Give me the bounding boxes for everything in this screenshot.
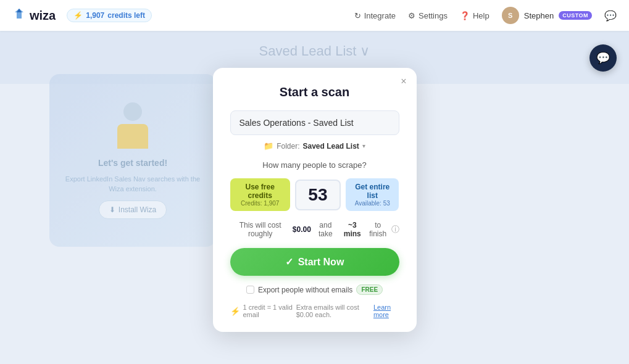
modal-overlay: × Start a scan 📁 Folder: Saved Lead List… (0, 31, 629, 84)
navbar: wiza ⚡ 1,907 credits left ↻ Integrate ⚙ … (0, 0, 629, 31)
export-label: Export people without emails (258, 286, 352, 294)
modal-title: Start a scan (230, 85, 399, 99)
credits-badge[interactable]: ⚡ 1,907 credits left (67, 9, 152, 22)
cost-suffix: to finish (367, 221, 389, 238)
chat-fab-icon: 💬 (596, 51, 610, 65)
card-text: Export LinkedIn Sales Nav searches with … (62, 174, 204, 194)
use-free-credits-button[interactable]: Use free credits Credits: 1,907 (230, 178, 290, 211)
extra-cost-text: Extra emails will cost $0.00 each. (296, 304, 370, 318)
free-credits-label: Use free credits (238, 183, 283, 200)
sync-icon: ↻ (354, 11, 361, 20)
logo-text: wiza (30, 9, 56, 23)
lightning-icon: ⚡ (73, 11, 83, 20)
credit-info-line: ⚡ 1 credit = 1 valid email Extra emails … (230, 304, 399, 318)
modal-close-button[interactable]: × (401, 77, 406, 86)
help-nav-item[interactable]: ❓ Help (460, 11, 489, 20)
cost-info: This will cost roughly $0.00 and take ~3… (230, 221, 399, 238)
credit-icon: ⚡ (230, 307, 240, 316)
folder-line: 📁 Folder: Saved Lead List ▾ (230, 141, 399, 151)
scrape-controls: Use free credits Credits: 1,907 53 Get e… (230, 178, 399, 211)
integrate-label: Integrate (364, 11, 396, 20)
credits-count: 1,907 (86, 11, 104, 20)
chat-fab-button[interactable]: 💬 (589, 44, 617, 72)
gear-icon: ⚙ (408, 11, 415, 20)
card-figure (111, 102, 154, 152)
figure-head (123, 102, 142, 121)
credit-info-text: 1 credit = 1 valid email (243, 304, 293, 318)
settings-label: Settings (419, 11, 448, 20)
list-name-input[interactable] (230, 110, 399, 135)
avatar: S (502, 7, 519, 24)
start-check-icon: ✓ (285, 256, 293, 268)
logo[interactable]: wiza (12, 7, 56, 24)
learn-more-link[interactable]: Learn more (373, 304, 399, 318)
navbar-right: ↻ Integrate ⚙ Settings ❓ Help S Stephen … (354, 7, 617, 24)
count-display: 53 (295, 180, 341, 210)
credits-sub-label: Credits: 1,907 (241, 200, 279, 207)
credits-label: credits left (107, 11, 145, 20)
folder-name-value: Saved Lead List (302, 142, 359, 151)
install-label: Install Wiza (119, 205, 156, 214)
info-icon[interactable]: ⓘ (391, 224, 399, 235)
folder-chevron-icon[interactable]: ▾ (362, 143, 365, 149)
cost-text: This will cost roughly (230, 221, 291, 238)
navbar-left: wiza ⚡ 1,907 credits left (12, 7, 152, 24)
free-badge: FREE (356, 284, 383, 295)
start-now-button[interactable]: ✓ Start Now (230, 248, 399, 276)
integrate-nav-item[interactable]: ↻ Integrate (354, 11, 396, 20)
export-line: Export people without emails FREE (230, 284, 399, 295)
count-value: 53 (308, 185, 327, 205)
scrape-question: How many people to scrape? (230, 160, 399, 170)
settings-nav-item[interactable]: ⚙ Settings (408, 11, 448, 20)
help-label: Help (473, 11, 489, 20)
folder-label: Folder: (277, 142, 299, 151)
user-plan-badge: CUSTOM (559, 11, 592, 20)
cost-time: ~3 mins (340, 221, 365, 238)
cost-amount: $0.00 (293, 225, 311, 234)
background-card: Let's get started! Export LinkedIn Sales… (49, 74, 216, 247)
page-content: Saved Lead List ∨ Let's get started! Exp… (0, 31, 629, 84)
folder-icon: 📁 (264, 141, 273, 151)
scan-modal: × Start a scan 📁 Folder: Saved Lead List… (213, 68, 417, 332)
figure-body (117, 124, 148, 149)
chat-nav-icon[interactable]: 💬 (604, 10, 617, 22)
start-btn-label: Start Now (298, 257, 344, 268)
entire-list-label: Get entire list (353, 183, 392, 200)
cost-and: and take (313, 221, 338, 238)
logo-icon (12, 7, 26, 24)
user-section[interactable]: S Stephen CUSTOM (502, 7, 592, 24)
get-entire-list-button[interactable]: Get entire list Available: 53 (346, 178, 399, 211)
available-sub-label: Available: 53 (355, 200, 390, 207)
card-title: Let's get started! (98, 158, 167, 168)
help-circle-icon: ❓ (460, 11, 470, 20)
install-button[interactable]: ⬇ Install Wiza (99, 201, 167, 219)
install-icon: ⬇ (109, 205, 115, 214)
export-checkbox[interactable] (246, 286, 254, 294)
user-name: Stephen (524, 11, 554, 20)
